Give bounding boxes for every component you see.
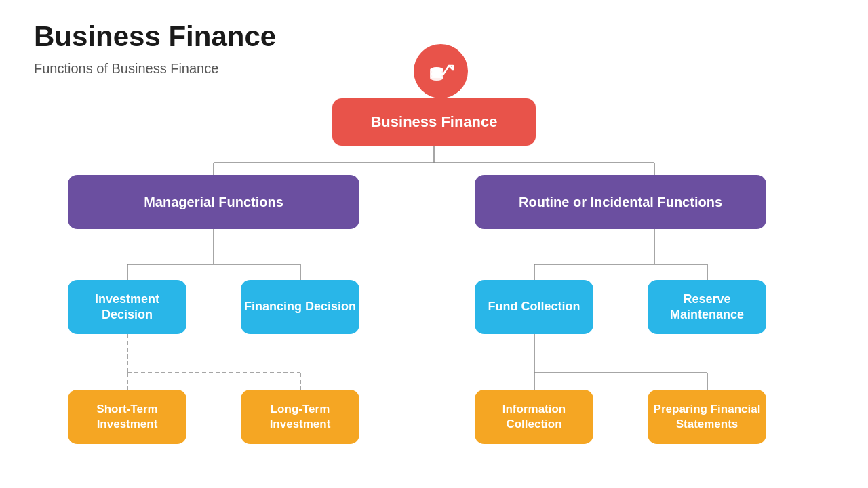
- svg-point-4: [430, 67, 443, 73]
- node-infocollect: Information Collection: [475, 390, 593, 444]
- root-icon: [414, 44, 468, 98]
- node-fund: Fund Collection: [475, 280, 593, 334]
- node-root: Business Finance: [332, 98, 536, 146]
- node-routine: Routine or Incidental Functions: [475, 175, 766, 229]
- page-title: Business Finance: [34, 20, 276, 53]
- node-financing: Financing Decision: [241, 280, 359, 334]
- node-investment: Investment Decision: [68, 280, 186, 334]
- page-subtitle: Functions of Business Finance: [34, 61, 218, 77]
- node-reserve: Reserve Maintenance: [648, 280, 766, 334]
- node-managerial: Managerial Functions: [68, 175, 359, 229]
- node-longterm: Long-Term Investment: [241, 390, 359, 444]
- node-shortterm: Short-Term Investment: [68, 390, 186, 444]
- node-preparing: Preparing Financial Statements: [648, 390, 766, 444]
